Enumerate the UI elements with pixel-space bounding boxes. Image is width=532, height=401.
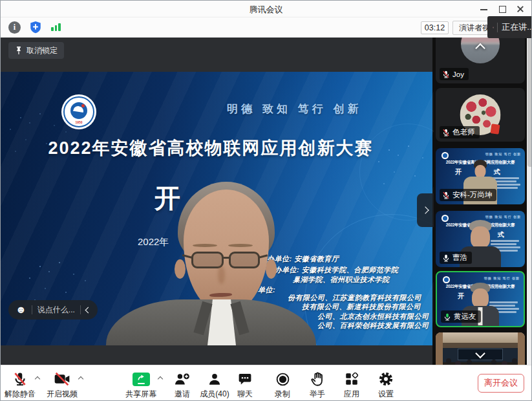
participant-name-badge: 黄远友: [441, 310, 481, 323]
mic-muted-icon: [13, 372, 27, 386]
settings-button[interactable]: 设置: [365, 369, 407, 400]
unpin-label: 取消锁定: [27, 45, 58, 56]
participants-sidebar: Joy 色老师 明德 致知 笃行 创新 2022年安徽省高校物联网应用创新大赛 …: [432, 38, 532, 365]
speaker-eyebrow: [193, 244, 217, 247]
mic-speaking-icon: [443, 313, 451, 321]
meeting-timer: 03:12: [421, 21, 449, 34]
close-button[interactable]: [516, 5, 525, 13]
room-wall: [436, 343, 525, 348]
emoji-icon[interactable]: ☻: [16, 305, 27, 315]
muted-mic-icon: [493, 23, 494, 32]
mini-ceremony-left: 开: [455, 168, 462, 177]
speaker-ear: [175, 259, 186, 279]
participant-name: 色老师: [452, 127, 475, 137]
quick-chat-pill[interactable]: ☻ 说点什么...: [8, 300, 98, 320]
organizer-line: 技有限公司、新道科技股份有限公司: [302, 302, 421, 312]
participant-name: 安科-万尚坤: [452, 190, 492, 200]
organizer-line: 公司、百科荣创科技发展有限公司: [317, 321, 429, 331]
mini-slide-logo: [443, 276, 450, 283]
scroll-up-button[interactable]: [477, 43, 484, 54]
participant-tile-wanshangkun[interactable]: 明德 致知 笃行 创新 2022年安徽省高校物联网应用创新大赛 开 式 安科-万…: [436, 148, 525, 204]
bottom-toolbar: 解除静音 开启视频 共享屏幕 邀请 成员(40) 聊天 录制: [1, 365, 532, 401]
avatar-seal-stamp: [491, 124, 500, 135]
window-title: 腾讯会议: [1, 4, 531, 16]
room-attendee: [446, 358, 451, 363]
meeting-content: 取消锁定 1950 明德 致知 笃行 创新 2022: [1, 38, 532, 365]
participant-name: 黄远友: [454, 312, 476, 321]
network-signal-icon[interactable]: [51, 22, 63, 32]
chevron-up-icon: [475, 43, 485, 54]
settings-gear-icon: [379, 372, 393, 386]
participant-name-badge: 安科-万尚坤: [440, 189, 496, 201]
participant-name-badge: Joy: [440, 68, 469, 80]
settings-label: 设置: [356, 389, 416, 400]
meeting-topbar: i 03:12 演讲者视图: [1, 17, 531, 38]
mic-on-icon: [442, 254, 450, 262]
participant-tile-joy[interactable]: Joy: [436, 38, 525, 83]
now-speaking-label: 正在讲...: [502, 21, 532, 33]
chat-placeholder[interactable]: 说点什么...: [37, 305, 75, 316]
organizer-line: 份有限公司、江苏童韵教育科技有限公司: [288, 293, 421, 303]
mic-muted-icon: [442, 129, 450, 136]
room-pillar: [436, 332, 443, 365]
mic-muted-icon: [442, 191, 450, 199]
sidebar-scrollbar-thumb[interactable]: [527, 38, 532, 167]
speaker-glasses-lens: [191, 252, 224, 268]
now-speaking-overlay: 正在讲...: [487, 16, 532, 38]
minimize-button[interactable]: [480, 5, 489, 13]
participant-tile-caohao[interactable]: 明德 致知 笃行 创新 2022年安徽省高校物联网应用创新大赛 式 曹浩: [436, 211, 525, 267]
security-shield-icon[interactable]: [29, 21, 42, 34]
participant-tile-meeting-room[interactable]: [436, 332, 525, 365]
speaker-glasses-bridge: [223, 257, 231, 259]
speaker-nose-shadow: [218, 266, 225, 284]
participant-tile-huangyuanyou[interactable]: 明德 致知 笃行 创新 2022年安徽省高校物联网应用创新大赛 开 黄远友: [436, 271, 525, 327]
organizer-line: 公司、北京杰创永恒科技有限公司: [317, 312, 429, 321]
organizer-line: 办单位: 安徽省教育厅: [267, 254, 339, 264]
chevron-right-icon: [421, 206, 429, 213]
participant-name: Joy: [452, 70, 464, 78]
mini-slide-logo: [442, 215, 449, 222]
apps-grid-icon: [345, 373, 358, 385]
share-screen-icon: [133, 373, 150, 386]
participant-name: 曹浩: [452, 253, 467, 263]
members-person-icon: [208, 373, 221, 385]
mini-ceremony-left: 开: [458, 292, 464, 301]
mini-person-face: [475, 165, 486, 178]
tencent-meeting-window: 腾讯会议 i 03:12 演讲者视图 正在讲... 取消锁定: [0, 0, 532, 401]
overlay-divider: [497, 23, 498, 32]
unpin-button[interactable]: 取消锁定: [8, 42, 64, 59]
organizer-line: 承办单位: 安徽科技学院、合肥师范学院: [267, 265, 398, 275]
leave-meeting-button[interactable]: 离开会议: [478, 374, 524, 393]
chat-bubble-icon: [239, 373, 251, 385]
raise-hand-icon: [311, 372, 324, 386]
chevron-down-icon: [475, 349, 485, 359]
room-pillar: [518, 332, 525, 365]
organizer-line: 巢湖学院、宿州职业技术学院: [293, 275, 390, 285]
room-attendee: [512, 358, 517, 363]
titlebar: 腾讯会议: [1, 1, 531, 17]
invite-person-icon: [175, 373, 190, 385]
maximize-button[interactable]: [498, 5, 507, 13]
mini-slide-motto: 明德 致知 笃行 创新: [485, 215, 521, 219]
organizer-line: 单位:: [258, 285, 275, 295]
mini-ceremony-right: 式: [498, 230, 504, 239]
participant-name-badge: 色老师: [440, 126, 480, 138]
meeting-info-icon[interactable]: i: [8, 21, 21, 34]
mini-slide-motto: 明德 致知 笃行 创新: [485, 152, 521, 156]
main-pinned-video[interactable]: 取消锁定 1950 明德 致知 笃行 创新 2022: [1, 38, 434, 365]
collapse-chat-icon[interactable]: [85, 307, 91, 313]
start-video-button[interactable]: 开启视频: [41, 369, 83, 400]
scroll-down-button[interactable]: [477, 348, 484, 360]
room-attendee: [467, 360, 472, 365]
speaker-eyebrow: [228, 244, 253, 247]
sidebar-collapse-handle[interactable]: [417, 193, 434, 227]
speaker-glasses-lens: [229, 252, 260, 268]
mini-person-face: [471, 226, 490, 248]
mini-slide-motto: 明德 致知 笃行 创新: [484, 276, 520, 280]
mini-person-face: [472, 288, 489, 308]
participant-name-badge: 曹浩: [440, 252, 472, 264]
sidebar-scrollbar-track[interactable]: [527, 38, 532, 365]
pin-icon: [15, 46, 23, 55]
participant-tile-se-laoshi[interactable]: 色老师: [436, 88, 525, 142]
pill-divider: [80, 305, 81, 314]
